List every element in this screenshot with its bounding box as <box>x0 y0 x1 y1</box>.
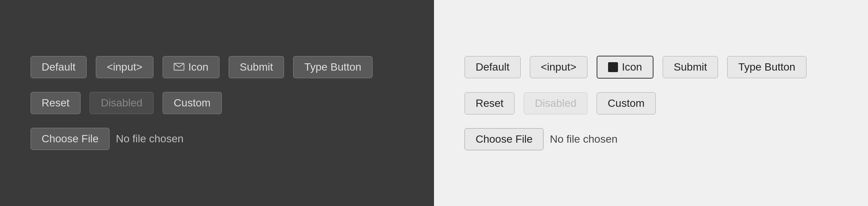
light-custom-button[interactable]: Custom <box>597 92 655 114</box>
dark-submit-button[interactable]: Submit <box>229 56 284 78</box>
light-icon-button[interactable]: Icon <box>597 56 653 79</box>
dark-default-button[interactable]: Default <box>31 56 87 78</box>
envelope-icon <box>174 61 184 73</box>
dark-row-2: Reset Disabled Custom <box>31 92 222 114</box>
light-icon-button-label: Icon <box>622 61 642 73</box>
dark-disabled-button: Disabled <box>90 92 153 114</box>
light-input-button[interactable]: <input> <box>530 56 587 78</box>
dark-type-button-button[interactable]: Type Button <box>293 56 372 78</box>
dark-reset-button[interactable]: Reset <box>31 92 81 114</box>
light-type-button-button[interactable]: Type Button <box>727 56 806 78</box>
dark-panel: Default <input> Icon Submit Type Button … <box>0 0 434 206</box>
dark-file-row: Choose File No file chosen <box>31 128 184 150</box>
light-reset-button[interactable]: Reset <box>465 92 515 114</box>
light-no-file-label: No file chosen <box>550 133 617 145</box>
square-icon <box>608 62 618 72</box>
light-choose-file-button[interactable]: Choose File <box>465 128 544 150</box>
dark-icon-button[interactable]: Icon <box>163 56 219 78</box>
dark-choose-file-button[interactable]: Choose File <box>31 128 110 150</box>
dark-icon-button-label: Icon <box>188 61 208 73</box>
light-submit-button[interactable]: Submit <box>663 56 718 78</box>
dark-custom-button[interactable]: Custom <box>163 92 221 114</box>
light-disabled-button: Disabled <box>524 92 587 114</box>
dark-no-file-label: No file chosen <box>116 133 183 145</box>
light-row-2: Reset Disabled Custom <box>465 92 656 114</box>
light-panel: Default <input> Icon Submit Type Button … <box>434 0 868 206</box>
light-file-row: Choose File No file chosen <box>465 128 618 150</box>
light-row-1: Default <input> Icon Submit Type Button <box>465 56 807 79</box>
dark-row-1: Default <input> Icon Submit Type Button <box>31 56 373 78</box>
dark-input-button[interactable]: <input> <box>96 56 153 78</box>
light-default-button[interactable]: Default <box>465 56 521 78</box>
